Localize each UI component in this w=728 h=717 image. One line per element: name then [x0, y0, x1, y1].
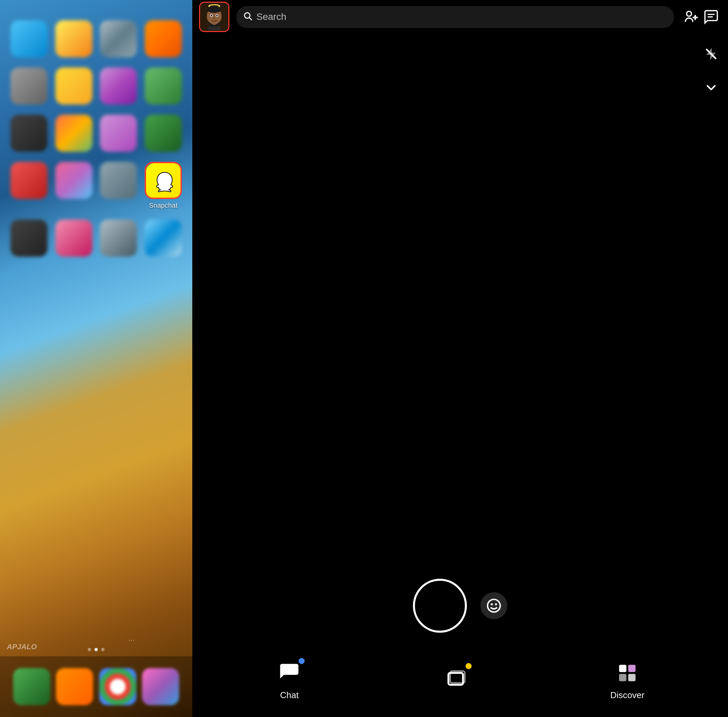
- svg-rect-8: [208, 26, 221, 31]
- flash-off-button[interactable]: [701, 44, 721, 64]
- list-item[interactable]: [55, 114, 93, 152]
- list-item[interactable]: [55, 20, 93, 57]
- list-item[interactable]: [144, 220, 183, 257]
- app-icon-7[interactable]: [100, 67, 137, 105]
- bottom-navigation: Chat: [192, 643, 728, 717]
- list-item[interactable]: [144, 67, 183, 105]
- app-icon-6[interactable]: [55, 67, 92, 105]
- memories-notification-dot: [465, 663, 472, 669]
- svg-point-17: [495, 603, 497, 606]
- home-dock: [0, 656, 192, 717]
- bitmoji-avatar: [200, 3, 228, 31]
- list-item[interactable]: [144, 20, 183, 57]
- discover-icon: [617, 662, 638, 684]
- page-dot: [101, 648, 105, 651]
- app-icon-9[interactable]: [11, 114, 47, 152]
- app-icon-8[interactable]: [145, 67, 182, 105]
- page-dot: [88, 648, 91, 651]
- dock-app-camera[interactable]: [142, 668, 179, 705]
- list-item[interactable]: [99, 114, 137, 152]
- svg-point-7: [213, 18, 215, 19]
- memories-nav-icon-area: [443, 665, 470, 692]
- list-item[interactable]: [55, 220, 93, 257]
- add-friend-icon: [684, 9, 698, 24]
- svg-point-15: [487, 599, 500, 612]
- app-icon-11[interactable]: [100, 114, 137, 152]
- app-icon-10[interactable]: [55, 114, 92, 152]
- phone-homescreen: Snapchat ... APJA: [0, 0, 192, 717]
- dock-app-chrome[interactable]: [99, 668, 136, 705]
- app-icon-15[interactable]: [100, 162, 137, 199]
- dock-app-1[interactable]: [13, 668, 50, 705]
- camera-controls: [413, 579, 507, 633]
- dock-app-2[interactable]: [56, 668, 93, 705]
- list-item[interactable]: [10, 162, 48, 209]
- search-bar[interactable]: Search: [236, 6, 674, 28]
- svg-line-10: [249, 18, 251, 20]
- app-grid: Snapchat: [10, 20, 182, 257]
- list-item[interactable]: [99, 220, 137, 257]
- page-dot-active: [95, 648, 98, 651]
- discover-nav-icon-area: [614, 660, 641, 686]
- list-item[interactable]: [99, 67, 137, 105]
- notification-button[interactable]: [701, 7, 721, 27]
- svg-point-6: [216, 15, 218, 17]
- watermark: APJALO: [7, 642, 37, 651]
- list-item[interactable]: [55, 67, 93, 105]
- app-icon-18[interactable]: [55, 220, 92, 257]
- chat-nav-label: Chat: [280, 690, 299, 700]
- app-icon-5[interactable]: [11, 67, 47, 105]
- svg-rect-21: [628, 665, 636, 672]
- app-icon-4[interactable]: [145, 20, 182, 57]
- svg-rect-22: [619, 674, 626, 681]
- bitmoji-svg: [201, 3, 228, 31]
- nav-discover[interactable]: Discover: [610, 660, 644, 700]
- page-ellipsis: ...: [128, 634, 134, 643]
- list-item[interactable]: [10, 20, 48, 57]
- list-item[interactable]: [10, 114, 48, 152]
- notification-icon: [704, 9, 719, 24]
- nav-chat[interactable]: Chat: [276, 660, 303, 700]
- list-item[interactable]: [10, 220, 48, 257]
- app-icon-2[interactable]: [55, 20, 92, 57]
- nav-memories[interactable]: [443, 665, 470, 695]
- shutter-button[interactable]: [413, 579, 467, 633]
- memories-icon: [446, 667, 467, 690]
- svg-point-5: [211, 15, 212, 17]
- emoji-lens-icon: [485, 597, 502, 614]
- snapchat-ghost-icon: [153, 170, 176, 194]
- app-icon-14[interactable]: [55, 162, 92, 199]
- search-icon: [243, 11, 252, 23]
- app-icon-20[interactable]: [145, 220, 182, 257]
- snapchat-icon[interactable]: [145, 162, 182, 199]
- app-icon-13[interactable]: [11, 162, 47, 199]
- list-item[interactable]: [144, 114, 183, 152]
- app-icon-1[interactable]: [11, 20, 47, 57]
- svg-point-11: [687, 11, 691, 17]
- add-friend-button[interactable]: [681, 7, 701, 27]
- app-icon-3[interactable]: [100, 20, 137, 57]
- svg-rect-20: [619, 665, 626, 672]
- svg-point-16: [491, 603, 493, 606]
- list-item[interactable]: [99, 20, 137, 57]
- chevron-down-icon: [704, 80, 719, 95]
- list-item[interactable]: [55, 162, 93, 209]
- snapchat-app-item[interactable]: Snapchat: [144, 162, 183, 209]
- snapchat-header: Search: [192, 0, 728, 34]
- snapchat-app-bg: [146, 163, 182, 199]
- user-avatar[interactable]: [199, 2, 229, 32]
- list-item[interactable]: [10, 67, 48, 105]
- snapchat-app-label: Snapchat: [149, 202, 177, 209]
- app-icon-19[interactable]: [100, 220, 137, 257]
- list-item[interactable]: [99, 162, 137, 209]
- chat-nav-icon-area: [276, 660, 303, 686]
- more-options-button[interactable]: [701, 78, 721, 98]
- chat-icon: [278, 662, 300, 684]
- svg-rect-23: [628, 674, 636, 681]
- snapchat-app: Search: [192, 0, 728, 717]
- flash-off-icon: [704, 47, 719, 61]
- app-icon-17[interactable]: [11, 220, 47, 257]
- search-placeholder-text: Search: [256, 11, 286, 22]
- emoji-lens-button[interactable]: [481, 592, 507, 619]
- app-icon-12[interactable]: [145, 114, 182, 152]
